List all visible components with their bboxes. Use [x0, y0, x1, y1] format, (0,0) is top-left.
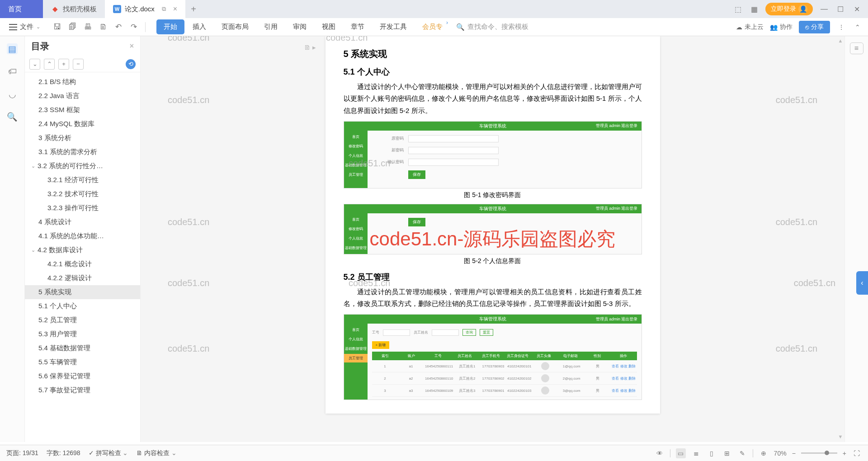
outline-item[interactable]: 2.4 MySQL 数据库 — [25, 117, 140, 131]
ribbon-tab-member[interactable]: 会员专 — [415, 19, 450, 34]
heading-5-1: 5.1 个人中心 — [344, 66, 642, 77]
ribbon-tab-view[interactable]: 视图 — [315, 19, 343, 34]
view-page-icon[interactable]: ▭ — [676, 448, 686, 458]
maximize-icon[interactable]: ☐ — [835, 4, 845, 14]
ribbon-tab-devtools[interactable]: 开发工具 — [373, 19, 414, 34]
fullscreen-icon[interactable]: ⛶ — [852, 448, 862, 458]
file-menu[interactable]: 文件 ⌄ — [5, 23, 44, 31]
tab-home[interactable]: 首页 — [0, 0, 43, 18]
watermark: code51.cn — [168, 36, 209, 43]
collaborate-button[interactable]: 👥 协作 — [770, 23, 793, 31]
layout-icon[interactable]: ⬚ — [733, 4, 743, 14]
page-action-icon[interactable]: 🗎 ▸ — [304, 43, 316, 52]
outline-item[interactable]: 5.3 用户管理 — [25, 327, 140, 341]
content-check-button[interactable]: 🗎内容检查 — [136, 449, 177, 457]
zoom-slider[interactable] — [801, 452, 837, 454]
print-icon[interactable]: 🖶 — [83, 22, 93, 32]
outline-item[interactable]: 5.2 员工管理 — [25, 313, 140, 327]
command-search[interactable]: 🔍 查找命令、搜索模板 — [456, 23, 528, 31]
scroll-down-icon[interactable]: ▼ — [837, 434, 844, 440]
status-words[interactable]: 字数: 12698 — [47, 449, 80, 457]
redo-icon[interactable]: ↷ — [129, 22, 139, 32]
collapse-icon[interactable]: ⌃ — [853, 22, 863, 32]
outline-item[interactable]: 5.7 事故登记管理 — [25, 383, 140, 397]
view-web-icon[interactable]: ⊞ — [722, 448, 732, 458]
outline-item[interactable]: 5.4 基础数据管理 — [25, 341, 140, 355]
spell-check-button[interactable]: ✓拼写检查 — [89, 449, 128, 457]
outline-item[interactable]: 2.2 Java 语言 — [25, 89, 140, 103]
outline-item[interactable]: 5.1 个人中心 — [25, 299, 140, 313]
new-tab-button[interactable]: + — [185, 4, 202, 14]
ribbon-bookmark-icon[interactable]: ◡ — [7, 89, 18, 99]
sync-icon[interactable]: ⟲ — [126, 59, 136, 69]
outline-item[interactable]: 2.1 B/S 结构 — [25, 75, 140, 89]
ribbon-tab-section[interactable]: 章节 — [344, 19, 372, 34]
share-button[interactable]: ⎋ 分享 — [799, 21, 830, 33]
right-rail: ≡ — [844, 36, 868, 442]
zoom-value[interactable]: 70% — [774, 450, 787, 457]
outline-item[interactable]: 3.2.1 经济可行性 — [25, 173, 140, 187]
bookmark-icon[interactable]: 🏷 — [7, 66, 18, 77]
outline-list[interactable]: 2.1 B/S 结构2.2 Java 语言2.3 SSM 框架2.4 MySQL… — [25, 72, 140, 442]
outline-item[interactable]: 4.2.2 逻辑设计 — [25, 271, 140, 285]
save-icon[interactable]: 🖫 — [52, 22, 62, 32]
outline-item[interactable]: 4.2.1 概念设计 — [25, 257, 140, 271]
undo-icon[interactable]: ↶ — [113, 22, 123, 32]
export-icon[interactable]: 🗐 — [67, 22, 77, 32]
window-close-icon[interactable]: ✕ — [852, 4, 862, 14]
view-outline-icon[interactable]: ≣ — [691, 448, 701, 458]
view-read-icon[interactable]: ▯ — [707, 448, 717, 458]
status-page[interactable]: 页面: 19/31 — [6, 449, 38, 457]
ribbon: 文件 ⌄ 🖫 🗐 🖶 🗎 ↶ ↷ 开始 插入 页面布局 引用 审阅 视图 章节 … — [0, 18, 868, 36]
side-handle[interactable]: ‹ — [856, 271, 868, 295]
cloud-status[interactable]: ☁ 未上云 — [736, 23, 764, 31]
watermark: code51.cn — [168, 343, 209, 354]
tab-template[interactable]: ◆ 找稻壳模板 — [43, 0, 105, 18]
ribbon-tab-review[interactable]: 审阅 — [286, 19, 314, 34]
outline-item[interactable]: 3 系统分析 — [25, 131, 140, 145]
zoom-out-icon[interactable]: − — [792, 450, 796, 457]
apps-icon[interactable]: ▦ — [749, 4, 759, 14]
ribbon-tab-start[interactable]: 开始 — [156, 19, 184, 34]
collapse-all-icon[interactable]: ⌄ — [29, 59, 40, 70]
level-down-icon[interactable]: − — [73, 59, 84, 70]
outline-item[interactable]: 4 系统设计 — [25, 215, 140, 229]
ribbon-tab-references[interactable]: 引用 — [257, 19, 285, 34]
edit-icon[interactable]: ✎ — [737, 448, 747, 458]
search-rail-icon[interactable]: 🔍 — [7, 111, 18, 122]
right-panel-toggle-icon[interactable]: ≡ — [850, 42, 863, 54]
scrollbar[interactable]: ▲ ▼ — [837, 36, 844, 442]
outline-close-icon[interactable]: × — [130, 42, 134, 50]
paragraph-5-1: 通过设计的个人中心管理功能模块，管理用户可以对相关的个人信息进行管理，比如管理用… — [344, 81, 642, 117]
ribbon-tab-insert[interactable]: 插入 — [185, 19, 213, 34]
more-icon[interactable]: ⋮ — [836, 22, 846, 32]
outline-icon[interactable]: ▤ — [7, 43, 18, 54]
login-button[interactable]: 立即登录 👤 — [765, 3, 813, 15]
outline-item[interactable]: 4.1 系统的总体功能… — [25, 229, 140, 243]
minimize-icon[interactable]: — — [819, 4, 829, 14]
eye-icon[interactable]: 👁 — [655, 448, 665, 458]
outline-item[interactable]: 3.2.2 技术可行性 — [25, 187, 140, 201]
outline-item[interactable]: 5.6 保养登记管理 — [25, 369, 140, 383]
outline-item[interactable]: ⌄4.2 数据库设计 — [25, 243, 140, 257]
ribbon-tab-layout[interactable]: 页面布局 — [214, 19, 256, 34]
expand-all-icon[interactable]: ⌃ — [44, 59, 55, 70]
docer-icon: ◆ — [51, 5, 59, 13]
watermark: code51.cn — [794, 278, 835, 288]
outline-item[interactable]: 5 系统实现 — [25, 285, 140, 299]
outline-item[interactable]: 3.2.3 操作可行性 — [25, 201, 140, 215]
search-placeholder: 查找命令、搜索模板 — [467, 23, 528, 31]
zoom-in-icon[interactable]: + — [843, 450, 846, 457]
outline-item[interactable]: 3.1 系统的需求分析 — [25, 145, 140, 159]
preview-icon[interactable]: 🗎 — [98, 22, 108, 32]
close-icon[interactable]: × — [173, 5, 177, 13]
zoom-reset-icon[interactable]: ⊕ — [759, 448, 769, 458]
level-up-icon[interactable]: + — [58, 59, 69, 70]
outline-item[interactable]: ⌄3.2 系统的可行性分… — [25, 159, 140, 173]
scroll-up-icon[interactable]: ▲ — [837, 38, 844, 44]
document-viewport[interactable]: 🗎 ▸ 5 系统实现 5.1 个人中心 通过设计的个人中心管理功能模块，管理用户… — [141, 36, 844, 442]
outline-item[interactable]: 5.5 车辆管理 — [25, 355, 140, 369]
detach-icon[interactable]: ⧉ — [162, 5, 166, 13]
outline-item[interactable]: 2.3 SSM 框架 — [25, 103, 140, 117]
tab-document[interactable]: W 论文.docx ⧉ × — [105, 0, 185, 18]
